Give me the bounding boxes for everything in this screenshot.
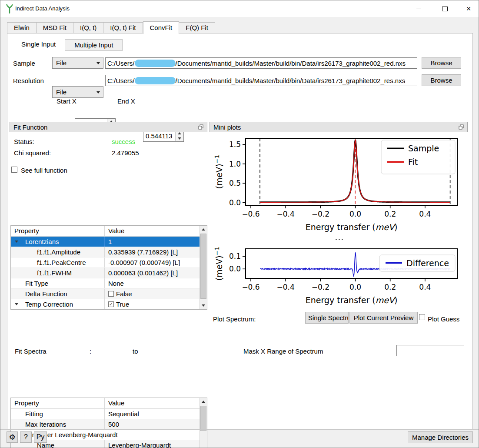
tab-msd-fit[interactable]: MSD Fit [37,22,73,33]
chevron-down-icon [96,62,100,64]
property-text: Temp Correction [11,299,73,309]
resolution-path-input[interactable]: C:/Users/ /Documents/mantid_builds/Maste… [105,75,417,86]
svg-text:0.4: 0.4 [419,210,431,218]
start-x-label: Start X [57,97,77,105]
sample-label: Sample [13,60,35,67]
minimize-icon [416,9,421,9]
resolution-browse-button[interactable]: Browse [422,74,461,86]
property-row-max-iterations[interactable]: Max Iterations500 [11,419,200,430]
chevron-down-icon [96,91,100,94]
help-button[interactable]: ? [20,431,32,443]
value-text: -0.000907 (0.000749) [L] [108,257,180,267]
tab-convfit[interactable]: ConvFit [143,21,180,34]
manage-directories-button[interactable]: Manage Directories [408,431,473,443]
property-header: Property [11,398,104,408]
value-text: None [108,278,124,288]
close-icon: ✕ [466,6,471,12]
mini-plots-header[interactable]: Mini plots [210,122,468,132]
property-text: Max Iterations [11,419,66,429]
close-button[interactable]: ✕ [459,0,479,17]
property-name: Temp Correction [11,299,104,309]
main-tab-bar: ElwinMSD FitI(Q, t)I(Q, t) FitConvFitF(Q… [7,20,215,33]
scroll-up-icon[interactable] [200,226,207,233]
plot-current-preview-button[interactable]: Plot Current Preview [349,312,418,324]
settings-button[interactable]: ⚙ [7,431,18,443]
minimize-button[interactable] [409,0,429,17]
float-panel-icon[interactable] [198,124,203,130]
difference-plot[interactable]: −0.6−0.4−0.20.00.20.40.00.1DifferenceEne… [212,244,464,308]
sample-browse-button[interactable]: Browse [422,57,461,69]
svg-text:−0.2: −0.2 [312,283,329,291]
svg-text:(meV)−1: (meV)−1 [213,155,224,189]
unchecked-checkbox[interactable] [108,291,114,297]
sample-path-input[interactable]: C:/Users/ /Documents/mantid_builds/Maste… [105,57,417,69]
svg-text:1.5: 1.5 [229,140,241,149]
fit-spectra-label: Fit Spectra [15,348,47,355]
scrollbar-thumb[interactable] [200,406,206,431]
function-property-table: PropertyValueLorentzians1f1.f1.Amplitude… [10,225,207,310]
property-name: Lorentzians [11,237,104,247]
resolution-source-value: File [56,88,67,96]
value-text: 1 [108,237,112,247]
tab-elwin[interactable]: Elwin [7,22,37,33]
svg-text:−0.4: −0.4 [277,210,295,218]
fit-preview-plot[interactable]: −0.6−0.4−0.20.00.20.40.00.51.01.5SampleF… [212,134,464,238]
plot-splitter-handle[interactable] [336,239,343,240]
footer-divider [0,429,479,430]
input-tab-single-input[interactable]: Single Input [12,38,65,51]
sample-source-combo[interactable]: File [52,57,103,69]
fit-function-header[interactable]: Fit Function [10,122,207,132]
svg-text:−0.6: −0.6 [242,283,259,291]
expand-chevron-icon[interactable] [15,241,18,243]
scroll-down-icon[interactable] [200,302,207,309]
tab-f-q-fit[interactable]: F(Q) Fit [179,22,215,33]
single-spectrum-button[interactable]: Single Spectrum [305,312,349,324]
resolution-label: Resolution [13,77,44,84]
property-value: 0.335939 (7.716929) [L] [104,247,200,257]
svg-text:Energy transfer (meV): Energy transfer (meV) [306,222,398,232]
scroll-up-icon[interactable] [200,398,207,405]
maximize-button[interactable] [435,0,455,17]
mantid-logo-icon [5,4,14,13]
fit-spectra-to-word: to [133,348,138,355]
table-scrollbar[interactable] [200,398,207,448]
input-tab-multiple-input[interactable]: Multiple Input [65,39,123,51]
property-row-f1-f1-amplitude[interactable]: f1.f1.Amplitude0.335939 (7.716929) [L] [11,247,200,257]
mask-range-input[interactable] [396,345,464,356]
checked-checkbox[interactable]: ✓ [108,301,114,307]
svg-text:0.4: 0.4 [419,283,431,291]
resolution-source-combo[interactable]: File [52,86,103,98]
value-text: Sequential [108,409,139,419]
sample-path-prefix: C:/Users/ [107,60,135,67]
python-export-button[interactable]: Py [34,431,47,443]
property-row-f1-f1-fwhm[interactable]: f1.f1.FWHM0.000063 (0.001462) [L] [11,268,200,278]
spin-down-icon[interactable] [176,136,183,141]
property-row-temp-correction[interactable]: Temp Correction✓True [11,299,200,309]
property-row-delta-function[interactable]: Delta FunctionFalse [11,289,200,299]
property-row-lorentzians[interactable]: Lorentzians1 [11,237,200,247]
plot-guess-checkbox[interactable] [419,314,425,320]
scrollbar-thumb[interactable] [200,234,206,299]
tab-i-q-t-fit[interactable]: I(Q, t) Fit [103,22,143,33]
property-text: f1.f1.PeakCentre [11,257,86,267]
svg-text:0.0: 0.0 [229,264,241,273]
convfit-page: Single InputMultiple Input Sample File C… [7,33,473,429]
expand-chevron-icon[interactable] [15,303,18,305]
fit-function-title: Fit Function [13,124,47,131]
tab-i-q-t[interactable]: I(Q, t) [73,22,103,33]
property-value: ✓True [104,299,200,309]
property-row-fitting[interactable]: FittingSequential [11,409,200,419]
see-full-function-checkbox[interactable] [11,167,17,173]
property-row-fit-type[interactable]: Fit TypeNone [11,278,200,289]
svg-text:0.2: 0.2 [384,210,396,218]
property-name: f1.f1.Amplitude [11,247,104,257]
svg-text:−0.6: −0.6 [242,210,259,218]
svg-text:Sample: Sample [408,144,439,153]
mini-plots-title: Mini plots [213,124,241,131]
svg-text:0.2: 0.2 [384,283,396,291]
maximize-icon [442,7,448,11]
float-panel-icon[interactable] [459,124,464,130]
input-tab-bar: Single InputMultiple Input [12,38,123,51]
property-row-f1-f1-peakcentre[interactable]: f1.f1.PeakCentre-0.000907 (0.000749) [L] [11,257,200,268]
table-scrollbar[interactable] [200,226,207,309]
